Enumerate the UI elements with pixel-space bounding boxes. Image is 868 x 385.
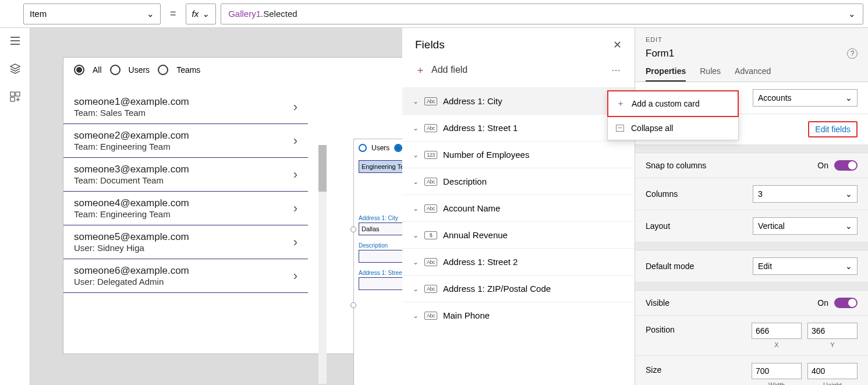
gallery: someone1@example.comTeam: Sales Team› so… bbox=[63, 90, 308, 293]
collapse-all-item[interactable]: Collapse all bbox=[608, 116, 738, 140]
help-icon[interactable]: ? bbox=[847, 48, 858, 59]
gallery-item[interactable]: someone4@example.comTeam: Engineering Te… bbox=[63, 192, 308, 225]
chevron-right-icon: › bbox=[293, 167, 297, 182]
default-mode-select[interactable]: Edit ⌄ bbox=[753, 257, 858, 275]
hamburger-icon[interactable] bbox=[9, 35, 21, 47]
snap-toggle[interactable] bbox=[834, 160, 858, 171]
selection-handle[interactable] bbox=[350, 227, 356, 232]
radio-users-label: Users bbox=[129, 65, 150, 75]
chevron-down-icon: ⌄ bbox=[845, 262, 852, 271]
fields-title: Fields bbox=[415, 38, 445, 51]
chevron-down-icon: ⌄ bbox=[413, 285, 419, 293]
property-dropdown[interactable]: Item ⌄ bbox=[23, 3, 161, 24]
chevron-right-icon: › bbox=[293, 269, 297, 284]
formula-object: Gallery1 bbox=[228, 9, 261, 19]
chevron-down-icon: ⌄ bbox=[147, 9, 154, 19]
tab-advanced[interactable]: Advanced bbox=[735, 66, 771, 82]
chevron-down-icon: ⌄ bbox=[848, 9, 856, 19]
close-icon[interactable]: ✕ bbox=[613, 38, 622, 51]
field-item[interactable]: ⌄AbcAddress 1: ZIP/Postal Code bbox=[402, 275, 635, 302]
prop-columns: Columns 3 ⌄ bbox=[635, 178, 868, 210]
columns-select[interactable]: 3 ⌄ bbox=[753, 185, 858, 203]
type-icon: Abc bbox=[424, 204, 437, 213]
form-name: Form1 bbox=[646, 48, 674, 59]
collapse-icon bbox=[616, 125, 624, 132]
svg-rect-1 bbox=[16, 92, 20, 96]
field-item[interactable]: ⌄AbcMain Phone bbox=[402, 302, 635, 329]
layout-select[interactable]: Vertical ⌄ bbox=[753, 217, 858, 235]
visible-toggle[interactable] bbox=[834, 298, 858, 308]
chevron-down-icon: ⌄ bbox=[413, 258, 419, 266]
type-icon: Abc bbox=[424, 285, 437, 293]
plus-icon: ＋ bbox=[415, 63, 426, 77]
type-icon: Abc bbox=[424, 258, 437, 266]
field-item[interactable]: ⌄123Number of Employees bbox=[402, 141, 635, 168]
fields-panel: Fields ✕ ＋ Add field ⋯ ⌄AbcAddress 1: Ci… bbox=[402, 28, 635, 385]
svg-rect-2 bbox=[10, 97, 15, 101]
field-item[interactable]: ⌄AbcDescription bbox=[402, 168, 635, 195]
properties-panel: EDIT Form1 ? Properties Rules Advanced D… bbox=[635, 28, 868, 385]
fields-list: ⌄AbcAddress 1: City ⌄AbcAddress 1: Stree… bbox=[402, 87, 635, 329]
gallery-item[interactable]: someone6@example.comUser: Delegated Admi… bbox=[63, 259, 308, 293]
chevron-right-icon: › bbox=[293, 100, 297, 115]
apps-icon[interactable] bbox=[9, 91, 21, 103]
layers-icon[interactable] bbox=[9, 63, 21, 75]
prop-position: Position X Y bbox=[635, 316, 868, 356]
prop-snap-columns: Snap to columns On bbox=[635, 153, 868, 178]
radio-users-mini[interactable] bbox=[359, 144, 367, 152]
tab-properties[interactable]: Properties bbox=[646, 66, 686, 82]
add-custom-card-item[interactable]: ＋ Add a custom card bbox=[607, 90, 739, 117]
pos-y-input[interactable] bbox=[807, 323, 858, 339]
chevron-down-icon: ⌄ bbox=[845, 189, 852, 199]
chevron-down-icon: ⌄ bbox=[845, 221, 852, 231]
radio-users[interactable] bbox=[110, 65, 121, 75]
formula-rest: .Selected bbox=[261, 9, 297, 19]
edit-fields-button[interactable]: Edit fields bbox=[808, 121, 858, 137]
fx-label: fx bbox=[192, 9, 199, 19]
radio-teams[interactable] bbox=[158, 65, 168, 75]
more-options-icon[interactable]: ⋯ bbox=[611, 65, 622, 76]
equals-sign: = bbox=[165, 8, 181, 20]
prop-size: Size Width Height bbox=[635, 356, 868, 385]
radio-all-label: All bbox=[93, 65, 102, 75]
tab-rules[interactable]: Rules bbox=[700, 66, 721, 82]
fx-button[interactable]: fx ⌄ bbox=[186, 3, 217, 24]
type-icon: $ bbox=[424, 231, 437, 239]
field-item[interactable]: ⌄AbcAddress 1: Street 2 bbox=[402, 248, 635, 275]
field-item[interactable]: ⌄AbcAddress 1: Street 1 bbox=[402, 114, 635, 141]
field-item[interactable]: ⌄$Annual Revenue bbox=[402, 221, 635, 248]
prop-default-mode: Default mode Edit ⌄ bbox=[635, 250, 868, 282]
scrollbar-thumb[interactable] bbox=[318, 145, 327, 192]
gallery-item[interactable]: someone1@example.comTeam: Sales Team› bbox=[63, 90, 308, 124]
radio-teams-mini[interactable] bbox=[394, 144, 402, 152]
data-source-select[interactable]: Accounts ⌄ bbox=[753, 89, 858, 107]
formula-input[interactable]: Gallery1.Selected ⌄ bbox=[221, 3, 863, 24]
chevron-right-icon: › bbox=[293, 133, 297, 149]
chevron-right-icon: › bbox=[293, 235, 297, 250]
prop-visible: Visible On bbox=[635, 291, 868, 316]
formula-bar: Item ⌄ = fx ⌄ Gallery1.Selected ⌄ bbox=[0, 0, 868, 28]
field-item[interactable]: ⌄AbcAccount Name bbox=[402, 195, 635, 221]
chevron-down-icon: ⌄ bbox=[413, 204, 419, 213]
add-field-button[interactable]: ＋ Add field bbox=[415, 63, 467, 77]
type-icon: 123 bbox=[424, 151, 437, 159]
property-tabs: Properties Rules Advanced bbox=[635, 66, 868, 82]
chevron-right-icon: › bbox=[293, 201, 297, 216]
pos-x-input[interactable] bbox=[752, 323, 802, 339]
gallery-scrollbar[interactable] bbox=[318, 145, 327, 384]
width-input[interactable] bbox=[752, 363, 802, 379]
gallery-item[interactable]: someone3@example.comTeam: Document Team› bbox=[63, 158, 308, 192]
type-icon: Abc bbox=[424, 124, 437, 132]
radio-all[interactable] bbox=[74, 65, 84, 75]
prop-layout: Layout Vertical ⌄ bbox=[635, 210, 868, 242]
type-icon: Abc bbox=[424, 97, 437, 105]
gallery-item[interactable]: someone5@example.comUser: Sidney Higa› bbox=[63, 225, 308, 259]
chevron-down-icon: ⌄ bbox=[413, 312, 419, 320]
selection-handle[interactable] bbox=[350, 302, 356, 308]
filter-radio-group: All Users Teams bbox=[63, 58, 406, 79]
field-item[interactable]: ⌄AbcAddress 1: City bbox=[402, 87, 635, 114]
type-icon: Abc bbox=[424, 312, 437, 320]
chevron-down-icon: ⌄ bbox=[413, 178, 419, 186]
height-input[interactable] bbox=[807, 363, 858, 379]
gallery-item[interactable]: someone2@example.comTeam: Engineering Te… bbox=[63, 124, 308, 158]
